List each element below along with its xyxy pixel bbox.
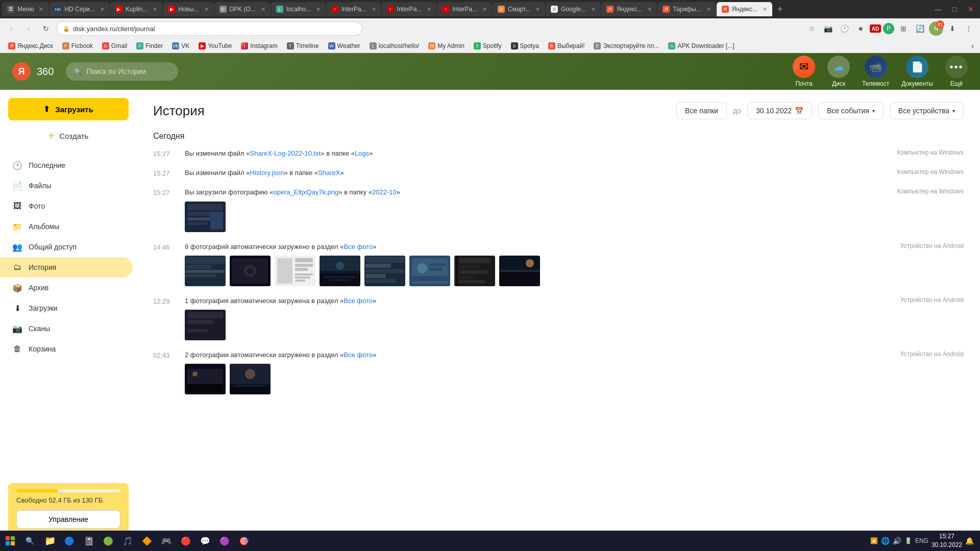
folder-link[interactable]: Все фото xyxy=(344,297,373,305)
taskbar-app-app6[interactable]: 💬 xyxy=(196,532,214,550)
sidebar-item-photos[interactable]: 🖼 Фото xyxy=(0,196,133,216)
sidebar-item-files[interactable]: 📄 Файлы xyxy=(0,176,133,196)
taskbar-sound-icon[interactable]: 🔊 xyxy=(893,537,901,545)
bookmark-apk[interactable]: A APK Downloader [...] xyxy=(664,41,738,51)
tab-ya2-active[interactable]: Я Яндекс... ✕ xyxy=(717,2,772,16)
bookmark-finder[interactable]: F Finder xyxy=(132,41,167,51)
tab-close[interactable]: ✕ xyxy=(316,6,321,13)
tab-yt2[interactable]: ▶ Новы... ✕ xyxy=(163,2,213,16)
bookmark-vybiraiy[interactable]: В Выбирай! xyxy=(544,41,589,51)
thumbnail[interactable] xyxy=(230,256,271,286)
tab-google[interactable]: G Google... ✕ xyxy=(546,2,601,16)
taskbar-app-onenote[interactable]: 📓 xyxy=(80,532,98,550)
back-button[interactable]: ‹ xyxy=(4,21,18,36)
folder-link[interactable]: 2022-10 xyxy=(372,188,397,196)
profile-icon[interactable]: P xyxy=(883,23,894,34)
taskbar-app-app4[interactable]: 🎮 xyxy=(157,532,176,550)
bookmark-star-icon[interactable]: ☆ xyxy=(804,21,819,36)
tab-close[interactable]: ✕ xyxy=(100,6,105,13)
bookmark-ficbook[interactable]: F Ficbook xyxy=(58,41,97,51)
thumbnail[interactable] xyxy=(230,364,271,394)
taskbar-app-app1[interactable]: 🟢 xyxy=(99,532,117,550)
bookmark-localhost[interactable]: L localhost/hello/ xyxy=(365,41,423,51)
tab-close[interactable]: ✕ xyxy=(591,6,596,13)
file-link[interactable]: ShareX-Log-2022-10.txt xyxy=(250,149,321,157)
nav-telemost[interactable]: 📹 Телемост xyxy=(862,56,889,87)
tab-close[interactable]: ✕ xyxy=(535,6,540,13)
upload-button[interactable]: ⬆ Загрузить xyxy=(8,98,129,120)
tab-yt1[interactable]: ▶ Kuplin... ✕ xyxy=(110,2,162,16)
bookmark-timeline[interactable]: T Timeline xyxy=(283,41,323,51)
taskbar-lang[interactable]: ENG xyxy=(915,537,928,544)
tab-close[interactable]: ✕ xyxy=(372,6,376,13)
tab-local[interactable]: L localho... ✕ xyxy=(271,2,326,16)
file-link[interactable]: opera_EltjxQay7k.png xyxy=(273,188,338,196)
file-link[interactable]: History.json xyxy=(250,169,284,177)
thumbnail[interactable] xyxy=(185,310,226,340)
minimize-button[interactable]: — xyxy=(931,2,945,16)
bookmark-spotify[interactable]: S Spotify xyxy=(470,41,506,51)
folder-link[interactable]: ShareX xyxy=(318,169,340,177)
tab-tarif[interactable]: Я Тарифы... ✕ xyxy=(657,2,716,16)
tab-close[interactable]: ✕ xyxy=(482,6,487,13)
nav-docs[interactable]: 📄 Документы xyxy=(901,56,933,87)
sidebar-item-scans[interactable]: 📷 Сканы xyxy=(0,318,133,339)
tab-inter3[interactable]: I InterPa... ✕ xyxy=(437,2,492,16)
tab-close[interactable]: ✕ xyxy=(647,6,652,13)
screenshot-icon[interactable]: 📷 xyxy=(821,21,835,36)
folder-link[interactable]: Все фото xyxy=(344,351,373,359)
bookmark-instagram[interactable]: I Instagram xyxy=(237,41,281,51)
downloads-icon[interactable]: ⬇ xyxy=(945,21,960,36)
taskbar-clock[interactable]: 15:27 30.10.2022 xyxy=(932,532,962,549)
nav-disk[interactable]: ☁ Диск xyxy=(827,56,850,87)
sidebar-item-downloads[interactable]: ⬇ Загрузки xyxy=(0,298,133,318)
extensions-icon[interactable]: ⊞ xyxy=(896,21,911,36)
taskbar-notification-icon[interactable]: 🔔 xyxy=(965,537,974,545)
folder-filter-button[interactable]: Все папки xyxy=(676,102,727,119)
nav-more[interactable]: ••• Ещё xyxy=(945,56,968,87)
search-input[interactable] xyxy=(86,67,168,76)
thumbnail[interactable] xyxy=(454,256,495,286)
thumbnail[interactable] xyxy=(185,256,226,286)
bookmark-vk[interactable]: VK VK xyxy=(168,41,193,51)
taskbar-app-app5[interactable]: 🔴 xyxy=(177,532,195,550)
bookmarks-more-button[interactable]: › xyxy=(969,41,976,51)
tab-hd[interactable]: HD HD Сери... ✕ xyxy=(49,2,109,16)
sidebar-item-trash[interactable]: 🗑 Корзина xyxy=(0,339,133,359)
tab-close[interactable]: ✕ xyxy=(763,6,767,13)
forward-button[interactable]: › xyxy=(21,21,36,36)
taskbar-app-blue[interactable]: 🔵 xyxy=(60,532,79,550)
address-bar[interactable]: 🔒 disk.yandex.ru/client/journal xyxy=(56,21,362,36)
reload-button[interactable]: ↻ xyxy=(39,21,53,36)
taskbar-app-app7[interactable]: 🟣 xyxy=(215,532,234,550)
thumbnail[interactable] xyxy=(499,256,540,286)
sidebar-item-albums[interactable]: 📁 Альбомы xyxy=(0,216,133,237)
new-tab-button[interactable]: + xyxy=(773,2,787,16)
tab-close[interactable]: ✕ xyxy=(261,6,265,13)
taskbar-app-app8[interactable]: 🎯 xyxy=(235,532,253,550)
thumbnail[interactable] xyxy=(275,256,315,286)
bookmark-weather[interactable]: W Weather xyxy=(324,41,364,51)
sync-icon[interactable]: 🔄 xyxy=(913,21,927,36)
tab-smart[interactable]: S Смарт... ✕ xyxy=(493,2,545,16)
create-button[interactable]: + Создать xyxy=(8,124,129,147)
bookmarks-icon[interactable]: ★ xyxy=(853,21,868,36)
start-button[interactable] xyxy=(0,531,20,551)
taskbar-app-app2[interactable]: 🎵 xyxy=(118,532,137,550)
folder-link[interactable]: Logs xyxy=(355,149,369,157)
tab-ya1[interactable]: Я Яндекс... ✕ xyxy=(601,2,657,16)
sidebar-item-shared[interactable]: 👥 Общий доступ xyxy=(0,237,133,257)
thumbnail[interactable] xyxy=(185,202,226,232)
thumbnail[interactable] xyxy=(320,256,360,286)
bookmark-myadmin[interactable]: M My Admin xyxy=(424,41,469,51)
sidebar-item-history[interactable]: 🗂 История xyxy=(0,257,133,278)
history-nav-icon[interactable]: 🕐 xyxy=(837,21,851,36)
sidebar-item-recent[interactable]: 🕐 Последние xyxy=(0,155,133,176)
bookmark-yandex-disk[interactable]: Я Яндекс.Диск xyxy=(4,41,57,51)
events-filter-button[interactable]: Все события ▾ xyxy=(818,102,884,119)
date-filter-button[interactable]: 30.10.2022 📅 xyxy=(747,102,812,119)
bookmark-export[interactable]: E Экспортируйте пл... xyxy=(590,41,663,51)
taskbar-app-app3[interactable]: 🔶 xyxy=(138,532,156,550)
tab-close[interactable]: ✕ xyxy=(204,6,209,13)
nav-pochta[interactable]: ✉ Почта xyxy=(793,56,815,87)
